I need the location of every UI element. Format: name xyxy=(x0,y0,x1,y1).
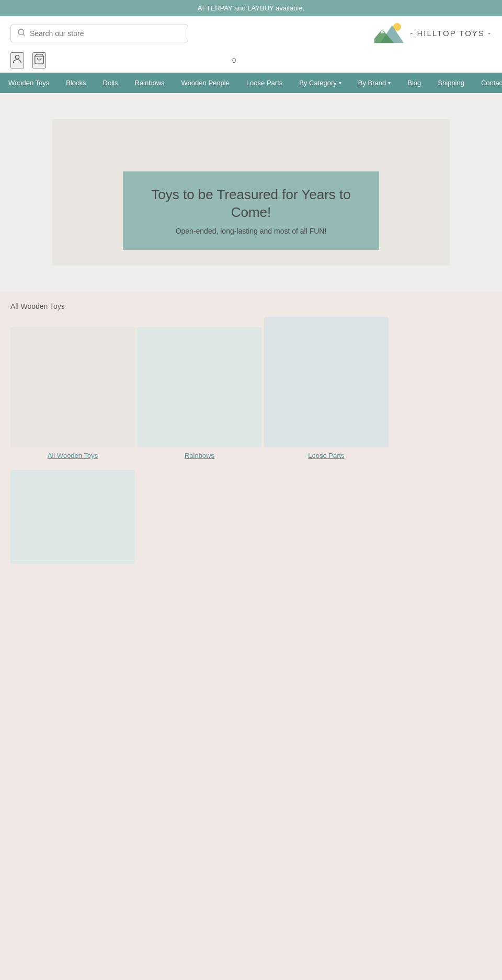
category-image-loose-parts xyxy=(264,317,389,447)
search-bar[interactable] xyxy=(10,25,188,42)
nav-item-rainbows[interactable]: Rainbows xyxy=(127,73,173,93)
header-icons-row: 0 xyxy=(0,50,502,73)
nav-item-by-brand[interactable]: By Brand ▾ xyxy=(350,73,399,93)
chevron-down-icon: ▾ xyxy=(339,80,341,86)
category-image-rainbows xyxy=(137,327,261,447)
category-link-all-wooden-toys[interactable]: All Wooden Toys xyxy=(10,452,135,459)
category-image-blocks xyxy=(10,470,135,564)
hero-text-box: Toys to be Treasured for Years to Come! … xyxy=(123,171,379,250)
nav-item-contact[interactable]: Contact xyxy=(473,73,502,93)
hero-subtitle: Open-ended, long-lasting and most of all… xyxy=(144,227,358,235)
cart-button[interactable] xyxy=(32,52,46,68)
nav-bar: Wooden Toys Blocks Dolls Rainbows Wooden… xyxy=(0,73,502,93)
category-card-2: Loose Parts xyxy=(264,317,389,459)
svg-line-1 xyxy=(23,34,25,36)
account-button[interactable] xyxy=(10,52,24,68)
nav-item-by-category[interactable]: By Category ▾ xyxy=(291,73,350,93)
category-card-1: Rainbows xyxy=(137,327,261,459)
nav-item-wooden-toys[interactable]: Wooden Toys xyxy=(0,73,58,93)
nav-item-shipping[interactable]: Shipping xyxy=(429,73,473,93)
category-link-loose-parts[interactable]: Loose Parts xyxy=(264,452,389,459)
nav-item-wooden-people[interactable]: Wooden People xyxy=(173,73,238,93)
section-title: All Wooden Toys xyxy=(10,302,492,310)
category-image-all-wooden-toys xyxy=(10,327,135,447)
main-content: All Wooden Toys All Wooden Toys Rainbows… xyxy=(0,292,502,591)
search-input[interactable] xyxy=(30,29,181,38)
logo-text: - HILLTOP TOYS - xyxy=(410,29,492,38)
logo-area: - HILLTOP TOYS - xyxy=(374,21,492,45)
svg-point-0 xyxy=(18,29,24,35)
announcement-text: AFTERPAY and LAYBUY available. xyxy=(198,4,304,12)
logo-icon xyxy=(374,21,406,45)
chevron-down-icon: ▾ xyxy=(388,80,391,86)
announcement-bar: AFTERPAY and LAYBUY available. xyxy=(0,0,502,16)
nav-item-dolls[interactable]: Dolls xyxy=(95,73,127,93)
search-icon xyxy=(17,28,26,39)
header: - HILLTOP TOYS - xyxy=(0,16,502,50)
nav-item-loose-parts[interactable]: Loose Parts xyxy=(238,73,291,93)
nav-item-blog[interactable]: Blog xyxy=(399,73,429,93)
cart-count: 0 xyxy=(232,56,236,64)
category-card-3 xyxy=(10,470,135,568)
category-link-rainbows[interactable]: Rainbows xyxy=(137,452,261,459)
hero-inner: Toys to be Treasured for Years to Come! … xyxy=(52,119,450,266)
svg-point-6 xyxy=(15,55,19,59)
hero-title: Toys to be Treasured for Years to Come! xyxy=(144,186,358,222)
category-card-0: All Wooden Toys xyxy=(10,327,135,459)
header-left xyxy=(10,25,188,42)
nav-item-blocks[interactable]: Blocks xyxy=(58,73,94,93)
hero-image: Toys to be Treasured for Years to Come! … xyxy=(52,119,450,266)
hero-section: Toys to be Treasured for Years to Come! … xyxy=(0,93,502,292)
